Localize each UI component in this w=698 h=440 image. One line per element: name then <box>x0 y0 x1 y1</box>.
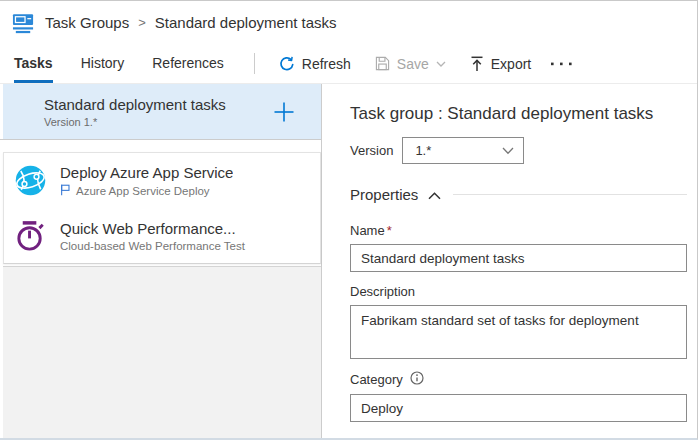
save-label: Save <box>397 56 429 72</box>
plus-icon <box>273 111 295 126</box>
task-subtitle: Cloud-based Web Performance Test <box>60 240 245 252</box>
pane-divider <box>0 139 321 140</box>
version-label: Version <box>350 143 393 158</box>
flag-icon <box>60 184 71 198</box>
task-groups-icon <box>12 11 35 34</box>
task-subtitle-text: Cloud-based Web Performance Test <box>60 240 245 252</box>
task-subtitle-text: Azure App Service Deploy <box>76 185 210 197</box>
task-group-pane: Standard deployment tasks Version 1.* <box>0 84 322 438</box>
breadcrumb-separator: > <box>138 15 146 30</box>
breadcrumb: Task Groups > Standard deployment tasks <box>0 1 697 44</box>
export-button[interactable]: Export <box>458 44 543 83</box>
task-subtitle: Azure App Service Deploy <box>60 184 233 198</box>
tab-toolbar-row: Tasks History References Refresh <box>0 44 697 84</box>
name-label-text: Name <box>350 223 385 238</box>
chevron-down-icon <box>436 61 446 67</box>
task-text: Quick Web Performance... Cloud-based Web… <box>60 220 245 252</box>
task-list: Deploy Azure App Service Azure App Servi… <box>3 152 321 264</box>
properties-section-toggle[interactable]: Properties <box>350 186 687 203</box>
task-group-title: Standard deployment tasks <box>44 96 273 113</box>
save-icon <box>375 56 390 71</box>
more-actions-button[interactable] <box>543 44 580 83</box>
properties-section-label: Properties <box>350 186 418 203</box>
refresh-button[interactable]: Refresh <box>267 44 363 83</box>
name-label: Name* <box>350 223 687 238</box>
required-marker: * <box>387 223 392 238</box>
panel-title: Task group : Standard deployment tasks <box>350 104 687 124</box>
breadcrumb-task-groups[interactable]: Task Groups <box>45 14 129 31</box>
version-dropdown[interactable]: 1.* <box>402 137 524 164</box>
task-text: Deploy Azure App Service Azure App Servi… <box>60 164 233 198</box>
section-rule <box>453 194 687 195</box>
tab-tasks[interactable]: Tasks <box>14 44 53 83</box>
toolbar-divider <box>254 53 255 74</box>
info-icon[interactable] <box>410 371 424 388</box>
add-task-button[interactable] <box>273 101 295 123</box>
globe-icon <box>14 164 47 197</box>
task-item-deploy-azure-app-service[interactable]: Deploy Azure App Service Azure App Servi… <box>4 153 320 208</box>
task-group-details-pane: Task group : Standard deployment tasks V… <box>322 84 697 438</box>
task-group-header-text: Standard deployment tasks Version 1.* <box>44 96 273 128</box>
save-button[interactable]: Save <box>363 44 458 83</box>
ellipsis-icon <box>551 62 572 66</box>
category-input[interactable] <box>350 394 687 422</box>
export-label: Export <box>491 56 531 72</box>
tab-history[interactable]: History <box>81 44 125 83</box>
toolbar: Refresh Save <box>267 44 580 83</box>
task-group-version: Version 1.* <box>44 116 273 128</box>
task-drop-area <box>3 266 321 438</box>
name-input[interactable] <box>350 244 687 272</box>
task-title: Deploy Azure App Service <box>60 164 233 181</box>
breadcrumb-current-page: Standard deployment tasks <box>155 14 337 31</box>
stopwatch-icon <box>14 219 47 252</box>
category-label-text: Category <box>350 372 403 387</box>
chevron-up-icon <box>418 186 441 203</box>
chevron-down-icon <box>502 143 514 158</box>
refresh-icon <box>279 56 295 72</box>
content-area: Standard deployment tasks Version 1.* <box>0 84 697 438</box>
version-dropdown-value: 1.* <box>415 143 431 158</box>
task-item-quick-web-performance[interactable]: Quick Web Performance... Cloud-based Web… <box>4 208 320 263</box>
category-label: Category <box>350 371 687 388</box>
tab-strip: Tasks History References <box>14 44 252 83</box>
description-label: Description <box>350 284 687 299</box>
version-row: Version 1.* <box>350 137 687 164</box>
description-input[interactable]: Fabrikam standard set of tasks for deplo… <box>350 305 687 359</box>
task-group-header[interactable]: Standard deployment tasks Version 1.* <box>3 84 321 139</box>
app-window: Task Groups > Standard deployment tasks … <box>0 0 698 440</box>
tab-references[interactable]: References <box>152 44 224 83</box>
refresh-label: Refresh <box>302 56 351 72</box>
task-title: Quick Web Performance... <box>60 220 245 237</box>
export-up-arrow-icon <box>470 56 484 72</box>
